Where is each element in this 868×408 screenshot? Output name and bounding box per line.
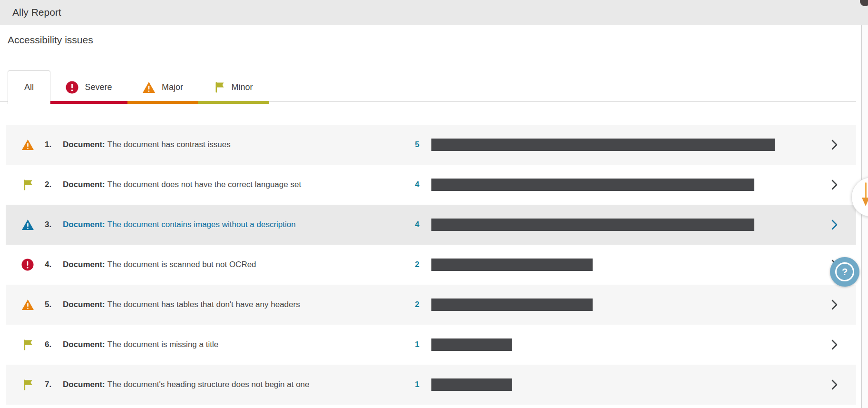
issue-number: 5.: [45, 300, 55, 309]
issue-text: Document:The document is missing a title: [63, 340, 218, 349]
issue-row[interactable]: 7. Document:The document's heading struc…: [6, 365, 856, 405]
tab-severe-label: Severe: [85, 82, 112, 92]
redacted-bar: [431, 299, 593, 311]
issue-description: The document's heading structure does no…: [107, 380, 310, 389]
minor-flag-icon: [21, 179, 34, 191]
issue-row-selected[interactable]: 3. Document:The document contains images…: [6, 205, 856, 245]
issue-description: The document does not have the correct l…: [107, 180, 301, 189]
chevron-right-icon[interactable]: [829, 379, 840, 390]
minor-flag-icon: [21, 339, 34, 351]
issue-text: Document:The document does not have the …: [63, 180, 301, 189]
issue-category: Document:: [63, 220, 105, 229]
app-header-bar: Ally Report: [0, 0, 868, 25]
major-warning-triangle-icon-selected: [21, 219, 34, 230]
issue-text: Document:The document has contrast issue…: [63, 140, 231, 149]
tab-major-label: Major: [162, 82, 183, 92]
issue-category: Document:: [63, 340, 105, 349]
issue-number: 3.: [45, 220, 55, 229]
issue-description: The document contains images without a d…: [107, 220, 296, 229]
tab-minor[interactable]: Minor: [198, 70, 269, 104]
issue-row[interactable]: 5. Document:The document has tables that…: [6, 285, 856, 325]
issue-description: The document is missing a title: [107, 340, 218, 349]
redacted-bar: [431, 338, 512, 351]
severe-exclamation-circle-icon: [21, 259, 34, 271]
issue-count: 2: [408, 260, 426, 269]
tab-minor-label: Minor: [231, 82, 253, 92]
issue-count: 4: [408, 180, 426, 189]
severe-exclamation-circle-icon: [66, 81, 78, 94]
issue-text: Document:The document contains images wi…: [63, 220, 296, 229]
major-warning-triangle-icon: [21, 139, 34, 150]
issue-category: Document:: [63, 140, 105, 149]
issue-text: Document:The document is scanned but not…: [63, 260, 256, 269]
issue-description: The document has tables that don't have …: [107, 300, 300, 309]
issue-count: 1: [408, 380, 426, 389]
severe-stripe: [50, 101, 127, 104]
major-warning-triangle-icon: [142, 81, 156, 93]
section-heading: Accessibility issues: [8, 34, 93, 46]
issue-category: Document:: [63, 300, 105, 309]
chevron-right-icon[interactable]: [829, 219, 840, 230]
redacted-bar: [431, 179, 754, 191]
major-warning-triangle-icon: [21, 299, 34, 310]
gauge-needle-tip-icon: [862, 198, 868, 206]
issue-row[interactable]: 4. Document:The document is scanned but …: [6, 245, 856, 285]
redacted-bar: [431, 378, 512, 391]
issue-count: 4: [408, 220, 426, 229]
chevron-right-icon[interactable]: [829, 339, 840, 350]
tab-major[interactable]: Major: [127, 70, 198, 104]
issue-text: Document:The document's heading structur…: [63, 380, 310, 389]
issue-row[interactable]: 6. Document:The document is missing a ti…: [6, 325, 856, 365]
tab-bar: All Severe Major Minor: [8, 70, 269, 104]
issue-count: 2: [408, 300, 426, 309]
issue-number: 6.: [45, 340, 55, 349]
minor-flag-icon: [214, 81, 225, 93]
question-mark-icon: ?: [835, 262, 854, 281]
issues-list: 1. Document:The document has contrast is…: [6, 125, 856, 405]
issue-count: 1: [408, 340, 426, 349]
minor-stripe: [198, 101, 269, 104]
issue-text: Document:The document has tables that do…: [63, 300, 300, 309]
tab-all-label: All: [24, 82, 34, 92]
issue-number: 1.: [45, 140, 55, 149]
tab-severe[interactable]: Severe: [50, 70, 127, 104]
issue-row[interactable]: 2. Document:The document does not have t…: [6, 165, 856, 205]
issue-number: 2.: [45, 180, 55, 189]
redacted-bar: [431, 259, 593, 271]
major-stripe: [127, 101, 198, 104]
help-button[interactable]: ?: [830, 257, 859, 287]
minor-flag-icon: [21, 379, 34, 391]
issue-category: Document:: [63, 260, 105, 269]
issue-count: 5: [408, 140, 426, 149]
redacted-bar: [431, 219, 754, 231]
chevron-right-icon[interactable]: [829, 179, 840, 190]
issue-description: The document has contrast issues: [107, 140, 231, 149]
issue-category: Document:: [63, 180, 105, 189]
issue-number: 4.: [45, 260, 55, 269]
page-title: Ally Report: [12, 7, 61, 18]
redacted-bar: [431, 139, 775, 151]
chevron-right-icon[interactable]: [829, 139, 840, 150]
tab-all[interactable]: All: [8, 70, 50, 104]
issue-number: 7.: [45, 380, 55, 389]
chevron-right-icon[interactable]: [829, 299, 840, 310]
issue-category: Document:: [63, 380, 105, 389]
issue-row[interactable]: 1. Document:The document has contrast is…: [6, 125, 856, 165]
issue-description: The document is scanned but not OCRed: [107, 260, 256, 269]
